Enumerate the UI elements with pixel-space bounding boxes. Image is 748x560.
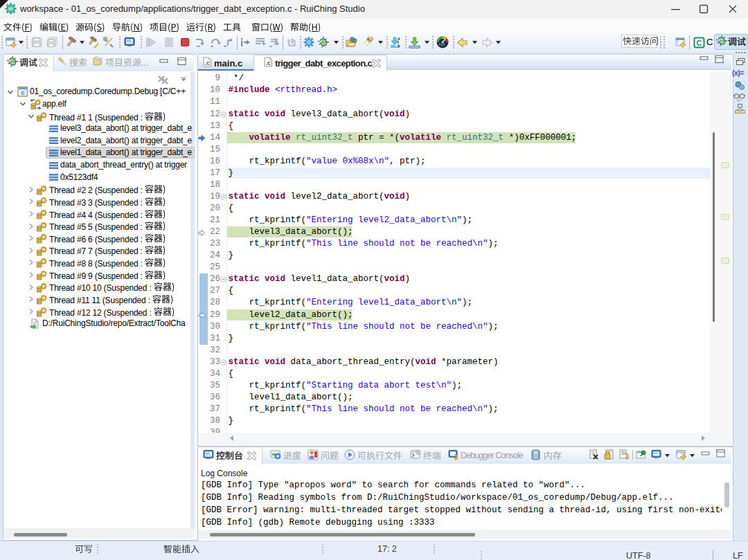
svg-text:.c: .c xyxy=(266,60,271,66)
svg-text:c: c xyxy=(21,89,24,96)
svg-text:x=: x= xyxy=(737,98,742,102)
svg-text:.c: .c xyxy=(205,60,210,66)
svg-text:RT: RT xyxy=(8,7,14,11)
svg-text:C: C xyxy=(697,39,702,47)
svg-text:b: b xyxy=(398,44,400,48)
